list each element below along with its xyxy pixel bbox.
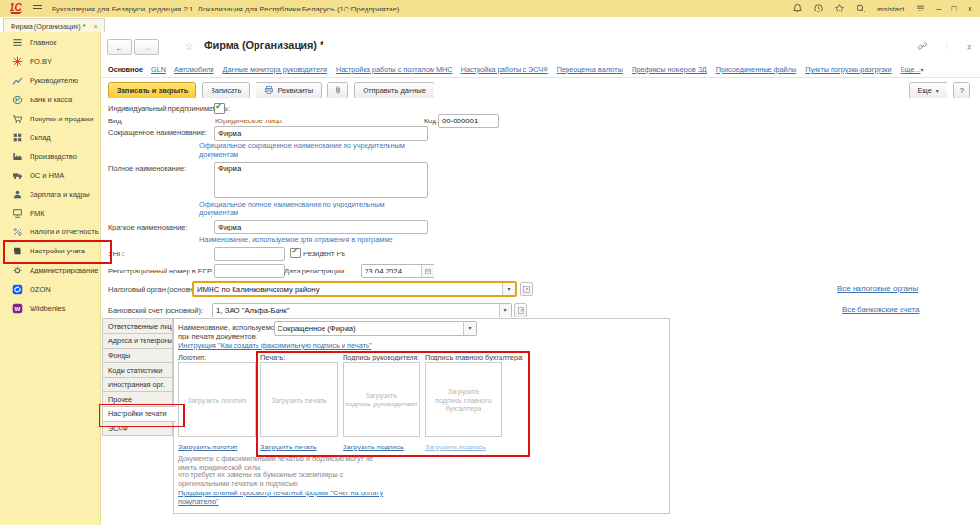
printer-icon (264, 85, 274, 97)
detail-tab-otvetstvennye-lica[interactable]: Ответственные лица (102, 318, 173, 334)
more-dots-icon[interactable]: ⋮ (943, 42, 952, 53)
form-tab-gln[interactable]: GLN (151, 65, 166, 74)
individual-entrepreneur-checkbox[interactable]: ✓ (214, 103, 225, 114)
egr-number-input[interactable] (214, 264, 285, 278)
detail-tab-nastrojki-pechati[interactable]: Настройки печати (102, 406, 176, 422)
favorites-star-icon[interactable] (835, 3, 845, 15)
brief-name-input[interactable]: Фирма (214, 220, 428, 234)
current-user-label[interactable]: assistant (877, 5, 905, 13)
favorite-star-icon[interactable]: ☆ (184, 39, 194, 53)
sidebar-item-administrirovanie[interactable]: Администрирование (0, 261, 100, 280)
forward-button[interactable]: → (134, 39, 159, 55)
form-close-icon[interactable]: × (967, 41, 972, 53)
sidebar-item-nastrojki-ucheta[interactable]: Настройки учета (0, 242, 100, 261)
form-tab-esche[interactable]: Еще... ▾ (901, 65, 924, 74)
truck-icon (12, 170, 23, 181)
search-icon[interactable] (856, 3, 866, 15)
form-tab-prisoedinennye-fajly[interactable]: Присоединенные файлы (716, 65, 797, 74)
print-name-select[interactable]: Сокращенное (Фирма) ▾ (274, 321, 477, 336)
save-button[interactable]: Записать (202, 82, 250, 98)
attach-file-button[interactable] (327, 82, 348, 98)
bank-account-open-button[interactable] (514, 303, 527, 317)
upload-accountant-signature-link[interactable]: Загрузить подпись (425, 443, 486, 451)
sidebar-item-wildberries[interactable]: WWildberries (0, 298, 100, 317)
stamp-label: Печать: (260, 353, 338, 361)
registration-date-label: Дата регистрации: (284, 267, 345, 275)
send-data-button[interactable]: Отправить данные (354, 82, 434, 98)
get-link-icon[interactable] (917, 40, 928, 54)
unp-input[interactable] (214, 247, 285, 261)
form-tab-punkty-pogruzki-razgruzki[interactable]: Пункты погрузки-разгрузки (805, 65, 891, 74)
notifications-bell-icon[interactable] (792, 3, 803, 15)
code-input[interactable]: 00-000001 (438, 114, 499, 128)
tab-close-icon[interactable]: × (94, 22, 98, 31)
help-button[interactable]: ? (953, 82, 970, 98)
registration-date-input[interactable]: 23.04.2024 (361, 264, 434, 278)
save-and-close-button[interactable]: Записать и закрыть (108, 82, 196, 98)
upload-columns: Логотип:Загрузить логотипЗагрузить логот… (178, 353, 502, 451)
dropdown-caret-icon[interactable]: ▾ (502, 283, 515, 295)
detail-tab-inostrannaya-org[interactable]: Иностранная орг. (102, 377, 173, 392)
detail-tab-fondy[interactable]: Фонды (102, 348, 173, 363)
calendar-icon[interactable] (421, 265, 434, 277)
upload-director-signature-link[interactable]: Загрузить подпись (343, 443, 404, 451)
sidebar-item-pokupki-i-prodazhi[interactable]: Покупки и продажи (0, 109, 100, 128)
upload-director-signature-box[interactable]: Загрузить подпись руководителя (343, 362, 420, 437)
detail-tab-prochee[interactable]: Прочее (102, 391, 173, 406)
tax-authority-open-button[interactable] (520, 282, 533, 296)
window-close-icon[interactable]: × (968, 4, 972, 13)
full-name-textarea[interactable]: Фирма (214, 162, 428, 198)
upload-logo-link[interactable]: Загрузить логотип (178, 443, 237, 451)
sidebar-item-proizvodstvo[interactable]: Производство (0, 147, 100, 166)
bank-account-combo[interactable]: 1, ЗАО "Альфа-Банк" ▾ (212, 303, 512, 317)
detail-tab-kody-statistiki[interactable]: Коды статистики (102, 362, 173, 378)
sidebar-item-glavnoe[interactable]: Главное (0, 33, 100, 53)
detail-tab-adresa-i-telefony[interactable]: Адреса и телефоны (102, 333, 173, 348)
upload-logo-box[interactable]: Загрузить логотип (178, 362, 256, 437)
dropdown-caret-icon[interactable]: ▾ (463, 322, 476, 335)
sidebar-item-nalogi-i-otchetnost[interactable]: Налоги и отчетность (0, 223, 100, 242)
main-menu-hamburger-icon[interactable] (33, 5, 42, 12)
vid-label: Вид: (108, 117, 123, 125)
sidebar-item-rmk[interactable]: РМК (0, 204, 100, 223)
dropdown-caret-icon[interactable]: ▾ (499, 304, 511, 317)
upload-stamp-link[interactable]: Загрузить печать (260, 443, 317, 451)
history-icon[interactable] (813, 3, 824, 15)
upload-stamp-box[interactable]: Загрузить печать (260, 362, 338, 437)
tax-authority-combo[interactable]: ИМНС по Калинковичскому району ▾ (192, 281, 517, 297)
resident-rb-checkbox[interactable]: ✓ (290, 248, 301, 258)
facsimile-warning-text: Документы с факсимильными печатью и подп… (178, 455, 373, 488)
facsimile-instruction-link[interactable]: Инструкция "Как создать факсимильную под… (178, 341, 372, 350)
sidebar-item-po-by[interactable]: PO.BY (0, 53, 100, 72)
document-tab-firma[interactable]: Фирма (Организация) * × (3, 18, 105, 33)
form-tab-osnovnoe[interactable]: Основное (108, 65, 143, 74)
sidebar-item-ozon[interactable]: OZON (0, 279, 100, 298)
maximize-icon[interactable]: □ (951, 4, 956, 13)
form-tab-prefiksy-nomerov-ed[interactable]: Префиксы номеров ЭД (632, 65, 707, 74)
1c-logo-icon[interactable]: 1С (10, 2, 22, 14)
form-tab-avtomobili[interactable]: Автомобили (174, 65, 214, 74)
sidebar-item-zarplata-i-kadry[interactable]: Зарплата и кадры (0, 185, 100, 204)
minimize-icon[interactable]: – (936, 4, 941, 13)
short-name-label: Сокращенное наименование: (108, 128, 207, 137)
form-tab-rabota-s-eschf[interactable]: Настройка работы с ЭСЧФ (461, 65, 548, 74)
sidebar-item-os-i-nma[interactable]: ОС и НМА (0, 166, 100, 186)
all-bank-accounts-link[interactable]: Все банковские счета (842, 305, 919, 314)
form-tab-pereocenka-valyuty[interactable]: Переоценка валюты (557, 65, 623, 74)
form-title: Фирма (Организация) * (204, 39, 323, 51)
service-menu-icon[interactable] (915, 3, 925, 15)
sidebar-item-bank-i-kassa[interactable]: Банк и касса (0, 90, 100, 109)
form-tab-portal-mns[interactable]: Настройка работы с порталом МНС (336, 65, 453, 74)
print-form-preview-link[interactable]: Предварительный просмотр печатной формы … (178, 489, 383, 506)
upload-accountant-signature-box[interactable]: Загрузить подпись главного бухгалтера (425, 362, 502, 437)
form-tab-dannye-monitora-rukovoditelya[interactable]: Данные монитора руководителя (223, 65, 327, 74)
back-button[interactable]: ← (107, 39, 132, 55)
sidebar-item-sklad[interactable]: Склад (0, 128, 100, 147)
vid-value-link[interactable]: Юридическое лицо (215, 117, 282, 125)
requisites-button[interactable]: Реквизиты (256, 82, 322, 98)
more-button[interactable]: Еще▾ (909, 82, 947, 98)
all-tax-authorities-link[interactable]: Все налоговые органы (837, 284, 918, 293)
short-name-input[interactable]: Фирма (214, 126, 428, 141)
detail-tab-eschf[interactable]: ЭСЧФ (102, 421, 173, 436)
sidebar-item-rukovoditelyu[interactable]: Руководителю (0, 72, 100, 91)
